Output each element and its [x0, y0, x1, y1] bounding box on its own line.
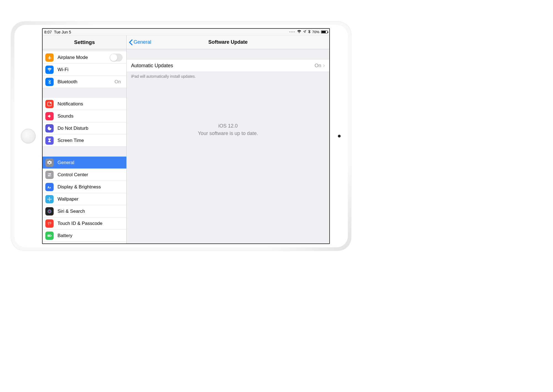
sidebar-item-notifications[interactable]: Notifications [43, 98, 126, 110]
moon-icon [45, 124, 54, 133]
ios-version: iOS 12.0 [127, 122, 329, 130]
svg-point-10 [49, 200, 50, 201]
sidebar-item-screentime[interactable]: Screen Time [43, 134, 126, 147]
sidebar-item-wallpaper[interactable]: Wallpaper [43, 193, 126, 205]
automatic-updates-row[interactable]: Automatic Updates On › [127, 59, 329, 72]
label: Wi-Fi [58, 67, 122, 72]
sidebar-item-control-center[interactable]: Control Center [43, 169, 126, 181]
label: Battery [58, 233, 122, 238]
sidebar-item-general[interactable]: General [43, 157, 126, 169]
battery-percent: 70% [312, 30, 319, 34]
label: Screen Time [58, 138, 122, 143]
notifications-icon [45, 100, 54, 108]
location-icon [303, 30, 306, 34]
status-message: Your software is up to date. [127, 130, 329, 137]
sidebar-item-privacy[interactable]: Privacy [43, 242, 126, 243]
sidebar-item-display[interactable]: AA Display & Brightness [43, 181, 126, 193]
svg-point-9 [49, 197, 50, 198]
wifi-icon [297, 30, 301, 34]
label: General [58, 160, 122, 165]
label: Airplane Mode [58, 55, 110, 60]
sidebar-item-wifi[interactable]: Wi-Fi [43, 64, 126, 76]
chevron-left-icon [129, 39, 133, 45]
battery-icon [321, 30, 328, 33]
label: Sounds [58, 113, 122, 119]
label: Do Not Disturb [58, 126, 122, 131]
sounds-icon [45, 112, 54, 120]
status-bar: 8:07 Tue Jun 5 •••• 70% [43, 29, 329, 35]
svg-text:A: A [49, 186, 51, 189]
svg-point-4 [48, 173, 49, 174]
back-button[interactable]: General [129, 35, 151, 49]
footer-note: iPad will automatically install updates. [127, 72, 329, 81]
label: Bluetooth [58, 79, 114, 85]
sidebar-item-airplane[interactable]: Airplane Mode [43, 51, 126, 64]
sidebar-item-siri[interactable]: Siri & Search [43, 205, 126, 217]
svg-point-11 [48, 199, 49, 199]
label: Siri & Search [58, 209, 122, 214]
bluetooth-icon [45, 78, 54, 86]
update-status: iOS 12.0 Your software is up to date. [127, 122, 329, 137]
svg-point-14 [49, 211, 50, 212]
status-time: 8:07 [44, 30, 52, 34]
page-title: Software Update [208, 39, 247, 45]
label: Wallpaper [58, 196, 122, 202]
hourglass-icon [45, 136, 54, 145]
bluetooth-icon [308, 30, 311, 34]
siri-icon [45, 207, 54, 216]
home-button[interactable] [21, 129, 36, 144]
wifi-icon [45, 66, 54, 74]
switches-icon [45, 171, 54, 179]
svg-point-13 [48, 210, 51, 213]
svg-point-12 [50, 199, 52, 199]
fingerprint-icon [45, 219, 54, 228]
airplane-toggle[interactable] [110, 54, 122, 61]
sidebar-item-sounds[interactable]: Sounds [43, 110, 126, 122]
battery-icon [45, 232, 54, 240]
svg-rect-16 [51, 235, 52, 236]
cellular-icon: •••• [289, 30, 295, 34]
sidebar-item-battery[interactable]: Battery [43, 230, 126, 242]
detail-pane: General Software Update Automatic Update… [127, 35, 329, 243]
back-label: General [134, 39, 151, 45]
sidebar-item-bluetooth[interactable]: Bluetooth On [43, 76, 126, 88]
airplane-icon [45, 53, 54, 62]
value: On [114, 79, 121, 85]
svg-point-8 [49, 198, 50, 200]
sidebar-item-touchid[interactable]: Touch ID & Passcode [43, 217, 126, 230]
sidebar-title: Settings [43, 35, 126, 49]
svg-rect-17 [48, 235, 50, 236]
label: Notifications [58, 101, 122, 107]
label: Control Center [58, 172, 122, 178]
label: Display & Brightness [58, 184, 122, 190]
label: Touch ID & Passcode [58, 221, 122, 226]
flower-icon [45, 195, 54, 203]
status-date: Tue Jun 5 [54, 30, 71, 34]
chevron-right-icon: › [323, 63, 325, 69]
sidebar-item-dnd[interactable]: Do Not Disturb [43, 122, 126, 134]
settings-sidebar: Settings Airplane Mode Wi-Fi [43, 35, 127, 243]
text-size-icon: AA [45, 183, 54, 191]
value: On [315, 63, 321, 69]
label: Automatic Updates [131, 63, 315, 69]
svg-point-1 [50, 102, 51, 104]
front-camera [338, 135, 341, 137]
gear-icon [45, 159, 54, 167]
svg-point-5 [50, 175, 51, 176]
detail-header: General Software Update [127, 35, 329, 49]
